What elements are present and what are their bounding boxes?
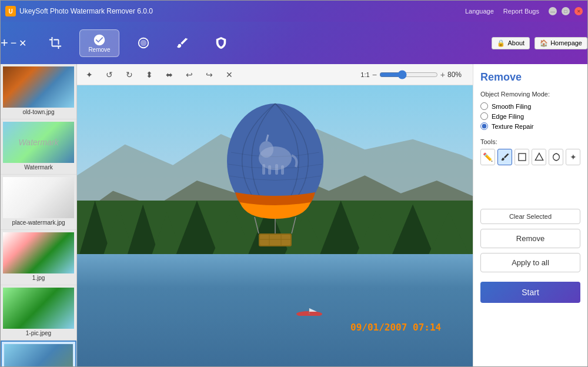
rotate-right-tool[interactable]: ↻: [122, 67, 137, 82]
svg-point-17: [259, 141, 273, 158]
tool-crop[interactable]: [41, 33, 70, 53]
content-area: old-town.jpg Watermark Watermark place-w…: [1, 64, 587, 366]
lock-icon: 🔒: [497, 39, 505, 47]
add-button[interactable]: +: [1, 36, 8, 49]
sidebar-label-0: old-town.jpg: [3, 108, 74, 116]
sidebar-item-2[interactable]: place-watermark.jpg: [1, 175, 76, 230]
tool-retouch[interactable]: [129, 33, 158, 53]
homepage-button[interactable]: 🏠 Homepage: [534, 37, 587, 49]
remove-button[interactable]: Remove: [480, 229, 580, 248]
mode-texture-label: Texture Repair: [492, 123, 534, 130]
tool-brush[interactable]: [168, 33, 197, 53]
brush-tool-btn[interactable]: [497, 149, 512, 165]
zoom-section: 1:1 − + 80%: [360, 70, 468, 79]
mode-radio-group: Smooth Filing Edge Filing Texture Repair: [480, 102, 580, 130]
tool-clone[interactable]: [206, 33, 236, 53]
sidebar: old-town.jpg Watermark Watermark place-w…: [1, 64, 77, 366]
clear-selected-button[interactable]: Clear Selected: [480, 209, 580, 224]
thumb-place: [3, 177, 74, 218]
thumb-old-town: [3, 66, 74, 108]
thumb-data: [4, 344, 73, 366]
about-button[interactable]: 🔒 About: [492, 37, 530, 49]
undo-tool[interactable]: ↩: [182, 67, 197, 82]
mode-texture-radio[interactable]: [480, 122, 488, 130]
main-image-container: 09/01/2007 07:14: [77, 85, 473, 366]
clear-tool[interactable]: ✕: [222, 67, 237, 82]
language-link[interactable]: Language: [465, 8, 494, 15]
title-bar-right: Language Report Bugs — □ ✕: [465, 7, 583, 15]
sidebar-item-4[interactable]: 1-pic.jpeg: [1, 285, 76, 341]
start-button[interactable]: Start: [480, 282, 580, 303]
svg-rect-20: [268, 165, 271, 175]
timestamp: 09/01/2007 07:14: [350, 322, 441, 333]
title-bar-left: U UkeySoft Photo Watermark Remover 6.0.0: [5, 6, 465, 16]
mode-edge-radio[interactable]: [480, 112, 488, 120]
zoom-minus-icon[interactable]: −: [372, 70, 377, 79]
zoom-display: 80%: [447, 71, 468, 79]
main-toolbar: + − ✕ Remove 🔒 About 🏠 Hom: [1, 22, 587, 64]
minimize-button[interactable]: —: [549, 7, 557, 15]
redo-tool[interactable]: ↪: [202, 67, 217, 82]
boat: [295, 307, 324, 316]
report-bugs-link[interactable]: Report Bugs: [503, 8, 539, 15]
svg-line-23: [255, 217, 259, 233]
mode-texture[interactable]: Texture Repair: [480, 122, 580, 130]
rotate-left-tool[interactable]: ↺: [102, 67, 117, 82]
sidebar-item-1[interactable]: Watermark Watermark: [1, 119, 76, 175]
svg-rect-22: [281, 165, 284, 175]
sidebar-label-3: 1.jpg: [3, 273, 74, 282]
mode-edge[interactable]: Edge Filing: [480, 112, 580, 120]
grid-tool[interactable]: ✦: [82, 67, 97, 82]
close-button[interactable]: ✕: [574, 7, 583, 15]
app-title: UkeySoft Photo Watermark Remover 6.0.0: [19, 7, 153, 15]
right-panel: Remove Object Removing Mode: Smooth Fili…: [473, 64, 587, 366]
sidebar-scroll[interactable]: old-town.jpg Watermark Watermark place-w…: [1, 64, 76, 366]
mode-smooth[interactable]: Smooth Filing: [480, 102, 580, 110]
object-removing-mode-label: Object Removing Mode:: [480, 91, 580, 98]
sidebar-label-1: Watermark: [3, 163, 74, 172]
sidebar-label-4: 1-pic.jpeg: [3, 329, 74, 338]
sidebar-item-5[interactable]: data.jpg: [1, 341, 76, 366]
tools-section: Tools: ✏️ ✦: [480, 138, 580, 165]
thumb-1: [3, 232, 74, 273]
close-icon[interactable]: ✕: [19, 38, 26, 49]
water-layer: [77, 254, 473, 366]
zoom-plus-icon[interactable]: +: [440, 70, 445, 79]
zoom-slider[interactable]: [379, 70, 438, 79]
tool-remove[interactable]: Remove: [79, 29, 119, 57]
app-icon: U: [5, 6, 16, 16]
svg-rect-27: [260, 235, 290, 245]
spacer: [480, 174, 580, 209]
window-controls: — □ ✕: [549, 7, 583, 15]
minus-button[interactable]: −: [11, 38, 17, 48]
svg-marker-33: [309, 308, 317, 312]
sidebar-item-0[interactable]: old-town.jpg: [1, 64, 76, 119]
tools-label: Tools:: [480, 138, 580, 145]
thumb-1pic: [3, 288, 74, 329]
flip-h-tool[interactable]: ⬌: [162, 67, 177, 82]
rect-tool-btn[interactable]: [514, 149, 529, 165]
apply-to-all-button[interactable]: Apply to all: [480, 253, 580, 272]
pencil-tool-btn[interactable]: ✏️: [480, 149, 495, 165]
sidebar-item-3[interactable]: 1.jpg: [1, 230, 76, 285]
magic-tool-btn[interactable]: ✦: [566, 149, 580, 165]
mode-edge-label: Edge Filing: [492, 113, 524, 120]
lasso-tool-btn[interactable]: [549, 149, 563, 165]
flip-v-tool[interactable]: ⬍: [142, 67, 157, 82]
tool-remove-label: Remove: [88, 46, 110, 53]
top-right-actions: 🔒 About 🏠 Homepage: [492, 37, 587, 49]
zoom-ratio-label: 1:1: [360, 71, 369, 78]
canvas-area: ✦ ↺ ↻ ⬍ ⬌ ↩ ↪ ✕ 1:1 − + 80%: [77, 64, 473, 366]
panel-title: Remove: [480, 71, 580, 84]
maximize-button[interactable]: □: [562, 7, 570, 15]
title-bar: U UkeySoft Photo Watermark Remover 6.0.0…: [1, 1, 587, 22]
app-window: U UkeySoft Photo Watermark Remover 6.0.0…: [0, 0, 588, 367]
svg-rect-19: [262, 164, 265, 175]
mode-smooth-radio[interactable]: [480, 102, 488, 110]
tools-row: ✏️ ✦: [480, 149, 580, 165]
thumb-watermark: Watermark: [3, 122, 74, 163]
svg-rect-34: [519, 154, 526, 161]
polygon-tool-btn[interactable]: [532, 149, 546, 165]
sidebar-label-2: place-watermark.jpg: [3, 218, 74, 227]
svg-rect-21: [275, 164, 278, 175]
